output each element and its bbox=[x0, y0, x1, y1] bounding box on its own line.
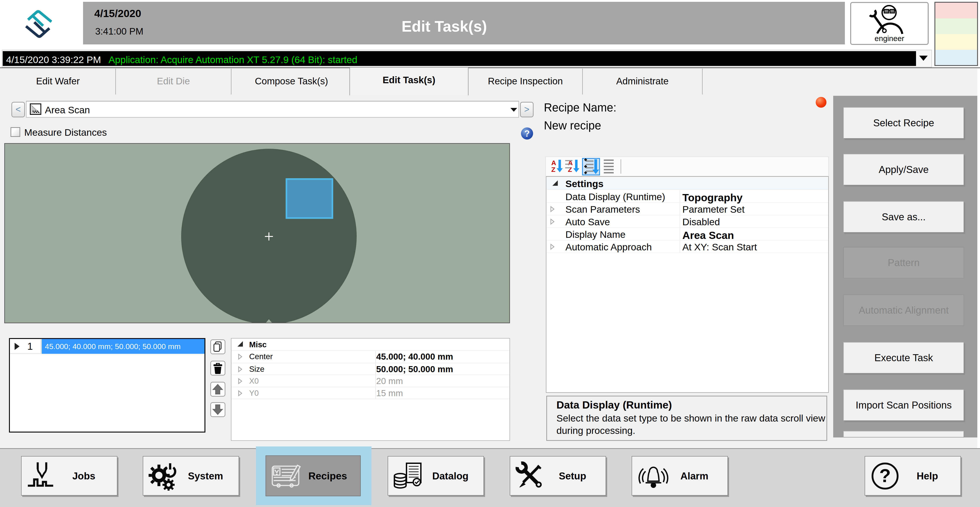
svg-text:Z: Z bbox=[568, 166, 572, 173]
svg-text:?: ? bbox=[879, 465, 891, 486]
svg-text:A: A bbox=[551, 159, 556, 167]
svg-text:Z: Z bbox=[551, 166, 555, 173]
